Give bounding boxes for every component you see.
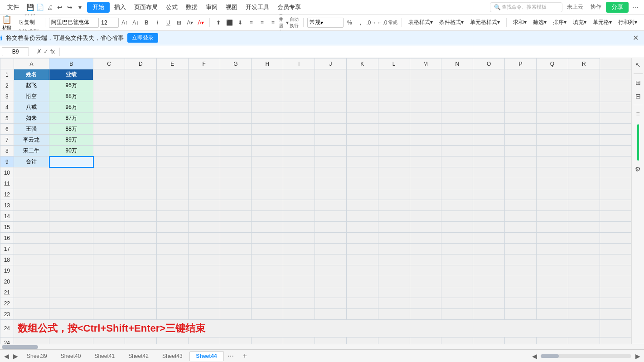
cell-N1[interactable] [473, 69, 505, 80]
cell-B20[interactable] [93, 276, 125, 287]
cell-E20[interactable] [188, 276, 220, 287]
cell-M3[interactable] [441, 91, 473, 102]
cell-P10[interactable] [537, 167, 568, 178]
cell-L15[interactable] [410, 222, 441, 233]
cell-H8[interactable] [283, 146, 315, 157]
cell-B15[interactable] [93, 222, 125, 233]
cell-K8[interactable] [378, 146, 410, 157]
cell-N16[interactable] [473, 233, 505, 244]
cell-E5[interactable] [188, 113, 220, 124]
more-icon[interactable]: ▾ [75, 3, 84, 12]
cell-C5[interactable] [125, 113, 157, 124]
cell-K10[interactable] [378, 167, 410, 178]
percent-btn[interactable]: % [344, 18, 354, 28]
cell-b9[interactable] [49, 157, 93, 167]
cell-J23[interactable] [346, 309, 378, 320]
cell-a22[interactable] [14, 298, 49, 309]
cell-L1[interactable] [410, 69, 441, 80]
cell-P4[interactable] [537, 102, 568, 113]
cell-B21[interactable] [93, 287, 125, 298]
cell-D11[interactable] [156, 178, 188, 189]
cell-b6[interactable]: 88万 [49, 124, 93, 135]
cell-D12[interactable] [156, 189, 188, 200]
row-header[interactable]: 13 [0, 200, 14, 211]
cell-N3[interactable] [473, 91, 505, 102]
cell-R16[interactable] [600, 233, 631, 244]
cell-O11[interactable] [505, 178, 537, 189]
row-header[interactable]: 15 [0, 222, 14, 233]
cell-D4[interactable] [156, 102, 188, 113]
cell-G9[interactable] [252, 157, 283, 167]
menu-view[interactable]: 视图 [222, 1, 241, 13]
cell-K15[interactable] [378, 222, 410, 233]
cell-R21[interactable] [600, 287, 631, 298]
cell-D23[interactable] [156, 309, 188, 320]
cell-F18[interactable] [220, 254, 252, 265]
cell-K9[interactable] [378, 157, 410, 167]
cell-a3[interactable]: 悟空 [14, 91, 49, 102]
collab-btn[interactable]: 协作 [588, 2, 604, 12]
cell-a2[interactable]: 赵飞 [14, 80, 49, 91]
cell-F8[interactable] [220, 146, 252, 157]
cell-I21[interactable] [315, 287, 347, 298]
cell-J20[interactable] [346, 276, 378, 287]
cell-G8[interactable] [252, 146, 283, 157]
cell-D8[interactable] [156, 146, 188, 157]
cell-H5[interactable] [283, 113, 315, 124]
cell-P17[interactable] [537, 244, 568, 254]
cell-F12[interactable] [220, 189, 252, 200]
cell-b16[interactable] [49, 233, 93, 244]
cell-R20[interactable] [600, 276, 631, 287]
bold-btn[interactable]: B [141, 18, 151, 28]
cell-F14[interactable] [220, 211, 252, 222]
cell-C6[interactable] [125, 124, 157, 135]
cell-G3[interactable] [252, 91, 283, 102]
cell-G21[interactable] [252, 287, 283, 298]
menu-file[interactable]: 文件 [4, 1, 23, 13]
cell-I9[interactable] [315, 157, 347, 167]
cell-D2[interactable] [156, 80, 188, 91]
cell-C17[interactable] [125, 244, 157, 254]
cell-G24[interactable] [252, 338, 283, 344]
cell-J5[interactable] [346, 113, 378, 124]
auto-wrap-btn[interactable]: 自动换行 [290, 18, 300, 28]
tab-Sheet42[interactable]: Sheet42 [121, 351, 155, 361]
border-btn[interactable]: ⊞ [174, 18, 184, 28]
cell-C1[interactable] [125, 69, 157, 80]
cell-O13[interactable] [505, 200, 537, 211]
cell-O18[interactable] [505, 254, 537, 265]
cell-K16[interactable] [378, 233, 410, 244]
cell-H9[interactable] [283, 157, 315, 167]
cell-L7[interactable] [410, 135, 441, 146]
cell-b18[interactable] [49, 254, 93, 265]
cell-F4[interactable] [220, 102, 252, 113]
menu-formula[interactable]: 公式 [162, 1, 181, 13]
cell-B17[interactable] [93, 244, 125, 254]
row-header[interactable]: 18 [0, 254, 14, 265]
cell-L2[interactable] [410, 80, 441, 91]
cell-N7[interactable] [473, 135, 505, 146]
cell-B8[interactable] [93, 146, 125, 157]
cell-N20[interactable] [473, 276, 505, 287]
cell-M16[interactable] [441, 233, 473, 244]
hscroll-thumb2[interactable] [541, 354, 559, 358]
cell-F16[interactable] [220, 233, 252, 244]
cell-F9[interactable] [220, 157, 252, 167]
cell-E6[interactable] [188, 124, 220, 135]
row-header-24[interactable]: 24 [0, 320, 14, 338]
cell-J12[interactable] [346, 189, 378, 200]
cell-H15[interactable] [283, 222, 315, 233]
cell-L18[interactable] [410, 254, 441, 265]
cell-R18[interactable] [600, 254, 631, 265]
cell-K17[interactable] [378, 244, 410, 254]
cell-P23[interactable] [537, 309, 568, 320]
cell-P8[interactable] [537, 146, 568, 157]
cell-L16[interactable] [410, 233, 441, 244]
cell-B3[interactable] [93, 91, 125, 102]
row-header[interactable]: 2 [0, 80, 14, 91]
cell-M13[interactable] [441, 200, 473, 211]
menu-page-layout[interactable]: 页面布局 [131, 1, 161, 13]
cell-b17[interactable] [49, 244, 93, 254]
cell-R6[interactable] [600, 124, 631, 135]
cell-H7[interactable] [283, 135, 315, 146]
